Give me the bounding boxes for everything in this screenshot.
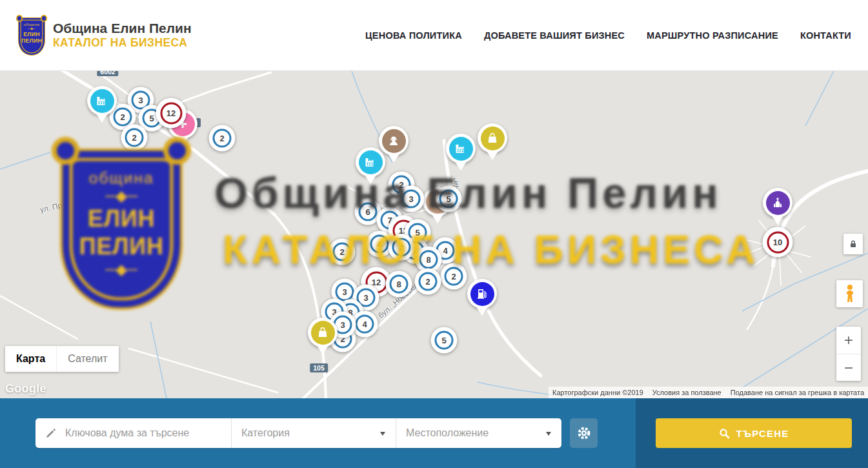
cluster-marker[interactable]: 12 <box>156 98 187 128</box>
cluster-marker[interactable]: 5 <box>431 327 458 354</box>
nav-item-contacts[interactable]: КОНТАКТИ <box>800 30 851 41</box>
cluster-count: 2 <box>213 129 232 148</box>
emblem-curl <box>16 15 23 22</box>
worker-icon <box>382 129 406 153</box>
site-header: община ─◆─ ЕЛИН ПЕЛИН Община Елин Пелин … <box>0 0 868 71</box>
municipality-emblem: община ─◆─ ЕЛИН ПЕЛИН <box>17 15 46 56</box>
cluster-marker[interactable]: 8 <box>386 271 412 298</box>
keyword-input[interactable] <box>64 427 221 440</box>
cluster-marker[interactable]: 10 <box>763 227 793 258</box>
zoom-out-button[interactable]: − <box>836 354 861 381</box>
church-icon <box>766 191 790 215</box>
lock-icon <box>849 239 858 249</box>
fuel-icon <box>470 282 494 306</box>
fuel-pin-marker[interactable] <box>467 279 497 309</box>
chevron-down-icon <box>546 432 551 438</box>
worker-pin-marker[interactable] <box>379 126 409 156</box>
map-type-map-button[interactable]: Карта <box>5 346 56 372</box>
cluster-marker[interactable]: 2 <box>121 125 148 151</box>
bag-pin-marker[interactable] <box>308 318 338 347</box>
cluster-count: 8 <box>419 250 438 269</box>
cluster-count: 5 <box>435 331 454 350</box>
factory-pin-marker[interactable] <box>87 86 117 116</box>
cluster-marker[interactable]: 2 <box>209 125 236 152</box>
factory-icon <box>90 89 114 113</box>
cluster-count: 2 <box>333 243 352 261</box>
cluster-count: 3 <box>402 190 421 209</box>
cluster-count: 2 <box>125 128 144 147</box>
cluster-marker[interactable]: 3 <box>398 186 425 212</box>
cluster-count: 2 <box>114 108 132 127</box>
factory-pin-marker[interactable] <box>356 147 385 177</box>
search-button[interactable]: ТЪРСЕНЕ <box>656 418 852 448</box>
search-group: Категория Местоположение <box>35 418 561 448</box>
emblem-name-1: ЕЛИН <box>23 31 39 37</box>
nav-item-add-business[interactable]: ДОБАВЕТЕ ВАШИЯТ БИЗНЕС <box>484 30 625 41</box>
cluster-count: 10 <box>767 231 789 253</box>
map-canvas[interactable]: 6002105 ул. Преславбул. „Новоселщи“ 3251… <box>0 71 868 398</box>
logo-title: Община Елин Пелин <box>53 21 192 36</box>
search-icon <box>719 428 730 439</box>
bag-pin-marker[interactable] <box>478 123 507 153</box>
cluster-count: 5 <box>439 190 458 209</box>
emblem-shield: община ─◆─ ЕЛИН ПЕЛИН <box>18 17 45 55</box>
lock-control[interactable] <box>843 234 863 254</box>
location-select[interactable]: Местоположение <box>396 418 561 448</box>
cluster-count: 2 <box>445 267 463 286</box>
marker-layer: 325122223567135472482221283383423510 <box>0 71 868 398</box>
cluster-marker[interactable]: 5 <box>436 186 462 212</box>
pegman-icon <box>843 284 857 303</box>
cluster-count: 4 <box>370 235 389 254</box>
nav-item-transport-schedule[interactable]: МАРШРУТНО РАЗПИСАНИЕ <box>647 30 778 41</box>
cluster-marker[interactable]: 2 <box>415 269 441 295</box>
map-attribution: Картографски данни ©2019Условия за ползв… <box>549 387 868 398</box>
google-logo[interactable]: Google <box>5 382 46 396</box>
location-placeholder: Местоположение <box>406 427 489 439</box>
emblem-name-2: ПЕЛИН <box>21 37 42 44</box>
emblem-ornament: ─◆─ <box>28 26 35 31</box>
cluster-count: 8 <box>390 275 409 294</box>
cluster-count: 3 <box>336 283 354 301</box>
cluster-count: 2 <box>419 272 438 291</box>
attribution-text: Картографски данни ©2019 <box>552 389 643 396</box>
cluster-marker[interactable]: 2 <box>389 234 415 261</box>
church-pin-marker[interactable] <box>763 188 792 218</box>
bag-icon <box>311 321 335 345</box>
cluster-count: 4 <box>356 315 374 334</box>
cluster-marker[interactable]: 2 <box>441 263 467 290</box>
cluster-count: 6 <box>359 203 378 221</box>
pegman-control[interactable] <box>836 280 863 307</box>
bag-icon <box>481 127 505 150</box>
zoom-in-button[interactable]: + <box>836 327 861 354</box>
factory-icon <box>359 150 383 174</box>
attribution-link[interactable]: Условия за ползване <box>652 389 722 396</box>
gear-icon <box>577 426 591 440</box>
nav-item-pricing[interactable]: ЦЕНОВА ПОЛИТИКА <box>365 30 462 41</box>
site-logo[interactable]: община ─◆─ ЕЛИН ПЕЛИН Община Елин Пелин … <box>17 15 192 56</box>
factory-icon <box>449 137 473 161</box>
zoom-control: + − <box>836 327 861 381</box>
chevron-down-icon <box>380 432 385 438</box>
category-placeholder: Категория <box>241 427 290 439</box>
emblem-curl <box>41 15 48 22</box>
factory-pin-marker[interactable] <box>446 134 476 163</box>
map-type-satellite-button[interactable]: Сателит <box>56 346 118 372</box>
search-bar: Категория Местоположение ТЪРСЕНЕ <box>0 398 868 468</box>
attribution-link[interactable]: Подаване на сигнал за грешка в картата <box>731 389 864 396</box>
category-select[interactable]: Категория <box>231 418 396 448</box>
cluster-marker[interactable]: 2 <box>329 239 356 265</box>
cluster-count: 12 <box>160 102 182 124</box>
cluster-count: 2 <box>392 238 411 257</box>
search-button-label: ТЪРСЕНЕ <box>736 428 789 439</box>
advanced-settings-button[interactable] <box>570 418 598 448</box>
map-type-control: Карта Сателит <box>5 346 119 372</box>
logo-text: Община Елин Пелин КАТАЛОГ НА БИЗНЕСА <box>53 21 192 50</box>
pencil-icon <box>45 427 57 439</box>
keyword-segment <box>35 418 231 448</box>
logo-subtitle: КАТАЛОГ НА БИЗНЕСА <box>53 36 192 50</box>
main-nav: ЦЕНОВА ПОЛИТИКАДОБАВЕТЕ ВАШИЯТ БИЗНЕСМАР… <box>365 30 851 41</box>
